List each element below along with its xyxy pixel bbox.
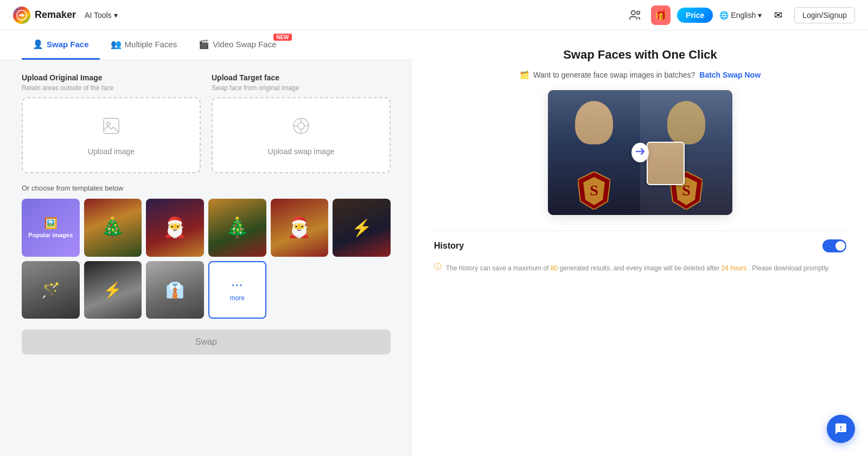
logo-text: Remaker [35,9,76,21]
batch-text: Want to generate face swap images in bat… [533,71,695,79]
chat-button[interactable] [827,415,855,443]
gift-icon-button[interactable]: 🎁 [651,5,671,25]
swap-arrow-icon [631,143,649,162]
tab-multiple-faces[interactable]: 👥 Multiple Faces [100,30,188,60]
ai-tools-button[interactable]: AI Tools ▾ [85,11,118,20]
original-upload-label: Upload image [88,147,135,156]
more-dots-icon: ⋯ [231,278,243,292]
history-row: History [434,230,846,261]
preview-after: S [640,90,732,215]
right-panel: Swap Faces with One Click 🗂️ Want to gen… [412,30,868,456]
preview-image: S [548,90,732,215]
main-container: 👤 Swap Face 👥 Multiple Faces 🎬 Video Swa… [0,30,868,456]
navbar-right: 🎁 Price 🌐 English ▾ ✉ Login/Signup [625,5,855,25]
history-note-row: ⓘ The history can save a maximum of 80 g… [434,261,846,274]
chevron-down-icon: ▾ [758,11,762,20]
target-image-upload-wrap: Upload Target face Swap face from origin… [212,73,391,173]
svg-point-7 [298,123,304,129]
right-panel-title: Swap Faces with One Click [434,48,846,62]
svg-point-2 [637,11,640,14]
toggle-slider [822,239,846,252]
batch-info: 🗂️ Want to generate face swap images in … [434,71,846,79]
history-label: History [434,241,464,251]
price-button[interactable]: Price [677,8,713,23]
templates-grid: 🖼️ Popular images 🎄 🎅 [22,199,391,319]
target-upload-label: Upload swap image [268,147,335,156]
tabs-container: 👤 Swap Face 👥 Multiple Faces 🎬 Video Swa… [0,30,412,60]
multiple-faces-tab-icon: 👥 [111,39,122,49]
left-panel: 👤 Swap Face 👥 Multiple Faces 🎬 Video Swa… [0,30,412,456]
popular-images-icon: 🖼️ [44,217,58,230]
source-face-overlay [647,142,685,185]
original-upload-subtitle: Retain areas outside of the face [22,84,201,92]
template-hermione[interactable]: 🪄 [22,261,80,319]
upload-image-icon [100,115,122,142]
language-label: English [731,11,756,20]
history-toggle[interactable] [822,239,846,252]
logo[interactable]: Remaker [13,7,76,24]
new-badge: NEW [273,34,291,41]
globe-icon: 🌐 [719,11,729,20]
template-christmas-woman[interactable]: 🎅 [146,199,204,257]
navbar: Remaker AI Tools ▾ 🎁 Price 🌐 English ▾ ✉… [0,0,868,30]
swap-button[interactable]: Swap [22,330,391,354]
users-icon-button[interactable] [625,5,644,25]
navbar-left: Remaker AI Tools ▾ [13,7,118,24]
template-christmas-2[interactable]: 🎄 [208,199,266,257]
mail-icon-button[interactable]: ✉ [768,5,788,25]
original-upload-box[interactable]: Upload image [22,97,201,173]
original-image-upload-wrap: Upload Original Image Retain areas outsi… [22,73,201,173]
history-note: The history can save a maximum of 80 gen… [446,263,830,274]
template-harry-potter[interactable]: ⚡ [333,199,391,257]
svg-rect-3 [104,118,119,134]
info-icon: ⓘ [434,262,442,272]
tab-swap-face[interactable]: 👤 Swap Face [22,30,100,60]
target-upload-box[interactable]: Upload swap image [212,97,391,173]
template-more[interactable]: ⋯ more [208,261,266,319]
svg-point-1 [631,10,635,14]
popular-images-label: Popular images [28,232,73,238]
preview-container: S [548,90,732,215]
preview-before: S [548,90,640,215]
batch-icon: 🗂️ [520,71,529,79]
template-popular[interactable]: 🖼️ Popular images [22,199,80,257]
upload-swap-icon [290,115,312,142]
svg-point-4 [107,122,110,125]
tab-video-swap-face[interactable]: 🎬 Video Swap Face NEW [188,30,287,60]
tab-multiple-faces-label: Multiple Faces [125,40,177,49]
tab-swap-face-label: Swap Face [47,40,89,49]
more-label: more [230,294,245,302]
video-swap-tab-icon: 🎬 [199,39,209,49]
login-button[interactable]: Login/Signup [794,7,855,23]
upload-section: Upload Original Image Retain areas outsi… [0,60,412,368]
template-action[interactable]: ⚡ [84,261,142,319]
ai-tools-label: AI Tools [85,11,112,20]
batch-swap-link[interactable]: Batch Swap Now [699,71,761,79]
template-businesswoman[interactable]: 👔 [146,261,204,319]
target-upload-subtitle: Swap face from original image [212,84,391,92]
target-upload-title: Upload Target face [212,73,391,82]
logo-icon [13,7,30,24]
template-christmas-girl[interactable]: 🎄 [84,199,142,257]
swap-face-tab-icon: 👤 [33,39,43,49]
tab-video-swap-face-label: Video Swap Face [213,40,276,49]
chevron-down-icon: ▾ [114,11,118,20]
templates-label: Or choose from templates below [22,184,391,192]
template-santa[interactable]: 🎅 [271,199,329,257]
original-upload-title: Upload Original Image [22,73,201,82]
upload-row: Upload Original Image Retain areas outsi… [22,73,391,173]
svg-text:S: S [590,182,598,199]
language-button[interactable]: 🌐 English ▾ [719,11,762,20]
